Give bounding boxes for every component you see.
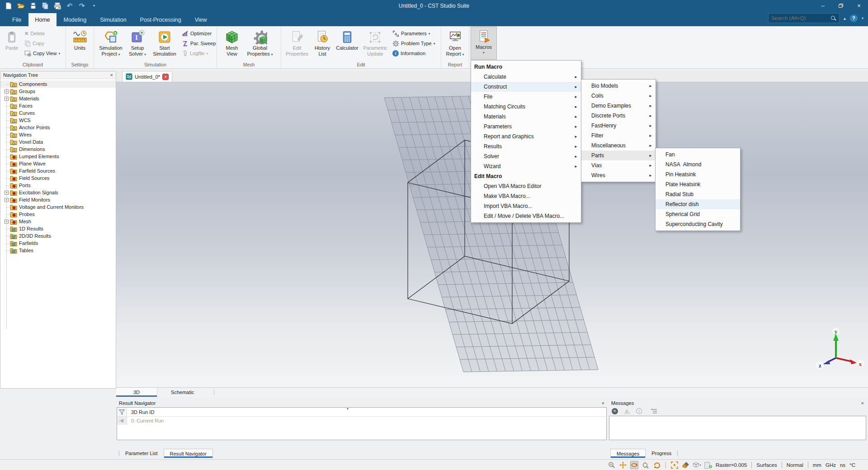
dynamic-zoom-icon[interactable] — [642, 461, 650, 469]
menu-item-materials[interactable]: Materials► — [471, 112, 581, 122]
result-navigator-close-icon[interactable]: × — [602, 400, 604, 406]
setup-solver-button[interactable]: I Setup Solver ▾ — [125, 27, 150, 60]
tree-item-materials[interactable]: +Materials — [0, 95, 116, 102]
view-mode[interactable]: Normal — [787, 462, 803, 468]
tab-home[interactable]: Home — [28, 13, 56, 26]
parameters-button[interactable]: a Parameters ▾ — [392, 29, 435, 38]
tree-item-plane-wave[interactable]: Plane Wave — [0, 160, 116, 167]
raster-settings-icon[interactable] — [704, 461, 712, 469]
messages-close-icon[interactable]: × — [861, 400, 864, 406]
start-simulation-button[interactable]: Start Simulation — [150, 27, 179, 60]
information-button[interactable]: i Information — [392, 49, 435, 58]
expand-icon[interactable]: + — [5, 220, 9, 224]
restore-button[interactable] — [832, 0, 850, 11]
pan-view-icon[interactable] — [619, 461, 627, 469]
fit-view-icon[interactable] — [670, 461, 679, 469]
submenu-item-miscellaneous[interactable]: Miscellaneous► — [581, 141, 656, 150]
submenu-item-coils[interactable]: Coils► — [581, 91, 656, 101]
expand-icon[interactable]: + — [5, 198, 9, 202]
tree-item-anchor-points[interactable]: Anchor Points — [0, 124, 116, 131]
clean-view-icon[interactable] — [682, 461, 690, 469]
tree-item-probes[interactable]: Probes — [0, 211, 116, 218]
tree-item-wcs[interactable]: WCS — [0, 117, 116, 124]
submenu-item-vias[interactable]: Vias► — [581, 160, 656, 170]
tab-3d[interactable]: 3D — [116, 388, 157, 397]
global-properties-button[interactable]: Global Properties ▾ — [243, 27, 277, 60]
tab-result-navigator[interactable]: Result Navigator — [164, 449, 213, 458]
search-input[interactable] — [771, 15, 830, 21]
tree-item-components[interactable]: Components — [0, 80, 116, 88]
tab-progress[interactable]: Progress — [646, 449, 677, 458]
tree-item-voltage-current-monitors[interactable]: Voltage and Current Monitors — [0, 203, 116, 211]
tree-item-2d-3d-results[interactable]: 2D/3D Results — [0, 232, 116, 240]
filter-cell[interactable] — [117, 408, 127, 416]
submenu-item-fasthenry[interactable]: FastHenry► — [581, 121, 656, 131]
open-report-button[interactable]: Open Report ▾ — [443, 27, 468, 60]
spin-view-icon[interactable] — [653, 461, 661, 469]
tab-file[interactable]: File — [6, 13, 28, 26]
copy-view-button[interactable]: Copy View ▾ — [24, 49, 60, 58]
run-id-column-header[interactable]: 3D Run ID ▾ — [117, 408, 606, 417]
menu-item-report-and-graphics[interactable]: Report and Graphics► — [471, 132, 581, 141]
tree-item-field-sources[interactable]: Field Sources — [0, 174, 116, 182]
info-filter-button[interactable]: i — [636, 408, 642, 414]
tree-item-field-monitors[interactable]: +Field Monitors — [0, 196, 116, 203]
tab-messages[interactable]: Messages — [610, 449, 646, 458]
menu-item-parameters[interactable]: Parameters► — [471, 122, 581, 132]
submenu-item-bio-models[interactable]: Bio Models► — [581, 81, 656, 91]
expand-icon[interactable]: + — [5, 89, 9, 94]
submenu-item-wires[interactable]: Wires► — [581, 170, 656, 180]
search-box[interactable] — [768, 13, 840, 23]
navigation-tree-close-icon[interactable]: × — [110, 72, 113, 78]
run-row-current[interactable]: 0: Current Run — [117, 417, 606, 425]
units-display[interactable]: mm GHz ns °C — [813, 462, 855, 468]
tab-modeling[interactable]: Modeling — [57, 13, 93, 26]
collapse-ribbon-icon[interactable]: ▴ — [844, 16, 846, 21]
help-icon[interactable]: ? — [850, 14, 858, 22]
logfile-button[interactable]: Logfile ▾ — [182, 49, 216, 58]
units-button[interactable]: Units — [70, 27, 90, 60]
simulation-project-button[interactable]: Simulation Project ▾ — [97, 27, 125, 60]
menu-item-results[interactable]: Results► — [471, 141, 581, 151]
tree-item-mesh[interactable]: +Mesh — [0, 218, 116, 225]
copy-button[interactable]: Copy — [24, 39, 60, 48]
history-list-button[interactable]: History List — [311, 27, 334, 60]
document-tab[interactable]: Untitled_0* × — [122, 71, 172, 82]
menu-item-solver[interactable]: Solver► — [471, 151, 581, 161]
submenu-item-radial-stub[interactable]: Radial Stub — [656, 189, 740, 199]
par-sweep-button[interactable]: Par. Sweep — [182, 39, 216, 48]
tree-item-dimensions[interactable]: Dimensions — [0, 146, 116, 153]
workplane-icon[interactable]: ▾ — [693, 461, 701, 469]
messages-output-area[interactable] — [609, 416, 866, 440]
tree-item-tables[interactable]: Tables — [0, 247, 116, 254]
sort-indicator-icon[interactable]: ▾ — [347, 407, 349, 411]
tab-simulation[interactable]: Simulation — [94, 13, 132, 26]
clear-messages-button[interactable]: ✕ — [611, 408, 618, 414]
tree-item-excitation-signals[interactable]: +Excitation Signals — [0, 189, 116, 196]
rotate-view-icon[interactable] — [630, 461, 638, 469]
submenu-item-pin-heatsink[interactable]: Pin Heatsink — [656, 169, 740, 179]
submenu-item-nasa-almond[interactable]: NASA Almond — [656, 160, 740, 169]
mesh-view-button[interactable]: Mesh View — [221, 27, 243, 60]
submenu-item-filter[interactable]: Filter► — [581, 131, 656, 141]
minimize-button[interactable]: – — [814, 0, 832, 11]
tab-post-processing[interactable]: Post-Processing — [134, 13, 188, 26]
parametric-update-button[interactable]: Parametric Update — [361, 27, 390, 60]
tree-item-wires[interactable]: Wires — [0, 131, 116, 138]
problem-type-button[interactable]: Problem Type ▾ — [392, 39, 435, 48]
submenu-item-superconducting-cavity[interactable]: Superconducting Cavity — [656, 219, 740, 229]
tree-item-farfield-sources[interactable]: Farfield Sources — [0, 167, 116, 174]
help-caret-icon[interactable]: ▾ — [862, 16, 863, 20]
menu-item-wizard[interactable]: Wizard► — [471, 161, 581, 171]
close-button[interactable]: × — [850, 0, 868, 11]
menu-item-open-vba-editor[interactable]: Open VBA Macro Editor — [471, 181, 581, 191]
menu-item-construct[interactable]: Construct► — [471, 82, 581, 92]
tree-item-curves[interactable]: Curves — [0, 109, 116, 117]
expand-icon[interactable]: + — [5, 191, 9, 195]
document-tab-close-icon[interactable]: × — [162, 74, 169, 80]
paste-button[interactable]: Paste — [3, 27, 21, 60]
edit-properties-button[interactable]: Edit Properties — [283, 27, 311, 60]
submenu-item-discrete-ports[interactable]: Discrete Ports► — [581, 111, 656, 121]
tree-item-groups[interactable]: +Groups — [0, 88, 116, 95]
menu-item-file[interactable]: File► — [471, 92, 581, 102]
